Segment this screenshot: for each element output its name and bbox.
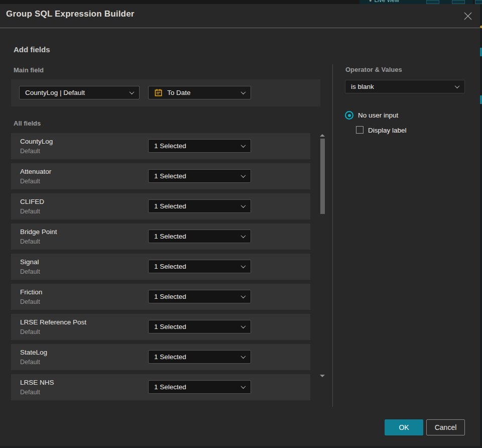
background-toolbar-button bbox=[452, 0, 465, 4]
field-subtitle: Default bbox=[20, 238, 40, 245]
field-name: Friction bbox=[20, 288, 42, 296]
field-subtitle: Default bbox=[20, 148, 40, 155]
field-row: StateLog Default 1 Selected bbox=[11, 344, 310, 370]
live-view-dot-icon: ● bbox=[369, 0, 372, 3]
scrollbar-thumb[interactable] bbox=[320, 139, 325, 214]
screen: ●Live view Group SQL Expression Builder … bbox=[0, 0, 482, 448]
cancel-button[interactable]: Cancel bbox=[426, 419, 465, 435]
live-view-label: ●Live view bbox=[369, 0, 399, 4]
field-name: Signal bbox=[20, 258, 39, 266]
dropdown-value: 1 Selected bbox=[154, 233, 186, 240]
dropdown-value: 1 Selected bbox=[154, 293, 186, 300]
dropdown-value: To Date bbox=[167, 89, 191, 96]
field-subtitle: Default bbox=[20, 389, 40, 396]
display-label-label: Display label bbox=[368, 127, 407, 134]
field-row: Bridge Point Default 1 Selected bbox=[11, 223, 310, 250]
field-name: LRSE NHS bbox=[20, 379, 54, 386]
calendar-icon bbox=[154, 88, 163, 97]
group-sql-expression-builder-dialog: Group SQL Expression Builder Add fields … bbox=[0, 4, 480, 446]
background-toolbar-button bbox=[426, 0, 439, 4]
panel-divider bbox=[332, 64, 333, 407]
chevron-down-icon bbox=[241, 323, 246, 328]
field-subtitle: Default bbox=[20, 328, 40, 335]
main-field-type-select[interactable]: To Date bbox=[148, 86, 251, 99]
field-row: Signal Default 1 Selected bbox=[11, 254, 310, 280]
background-app-bottom-edge bbox=[0, 446, 482, 448]
main-field-label: Main field bbox=[14, 66, 44, 74]
chevron-down-icon bbox=[130, 89, 135, 94]
dropdown-value: 1 Selected bbox=[154, 263, 186, 270]
field-name: LRSE Reference Post bbox=[20, 318, 86, 326]
field-row: Attenuator Default 1 Selected bbox=[11, 163, 310, 189]
chevron-down-icon bbox=[241, 143, 246, 148]
background-accent bbox=[480, 26, 482, 28]
operator-select[interactable]: is blank bbox=[345, 80, 465, 93]
field-subtitle: Default bbox=[20, 298, 40, 305]
chevron-down-icon bbox=[241, 293, 246, 298]
background-accent bbox=[480, 48, 482, 56]
close-button[interactable] bbox=[461, 9, 475, 23]
all-fields-list: CountyLog Default 1 Selected Attenuator … bbox=[11, 133, 310, 400]
header-divider bbox=[0, 28, 480, 28]
field-selected-dropdown[interactable]: 1 Selected bbox=[148, 320, 251, 333]
dropdown-value: 1 Selected bbox=[154, 383, 186, 391]
main-field-panel: CountyLog | Default To Date bbox=[11, 79, 320, 106]
dropdown-value: 1 Selected bbox=[154, 172, 186, 180]
chevron-down-icon bbox=[241, 354, 246, 359]
field-selected-dropdown[interactable]: 1 Selected bbox=[148, 350, 251, 364]
chevron-down-icon bbox=[455, 83, 460, 88]
chevron-down-icon bbox=[241, 233, 246, 238]
field-row: Friction Default 1 Selected bbox=[11, 284, 310, 310]
field-subtitle: Default bbox=[20, 178, 40, 185]
operator-values-label: Operator & Values bbox=[345, 66, 402, 73]
dropdown-value: 1 Selected bbox=[154, 323, 186, 330]
chevron-down-icon bbox=[241, 173, 246, 178]
field-selected-dropdown[interactable]: 1 Selected bbox=[148, 380, 251, 394]
field-row: LRSE Reference Post Default 1 Selected bbox=[11, 314, 310, 340]
field-row: LRSE NHS Default 1 Selected bbox=[11, 374, 310, 400]
dropdown-value: 1 Selected bbox=[154, 142, 186, 150]
field-row: CLIFED Default 1 Selected bbox=[11, 193, 310, 219]
field-subtitle: Default bbox=[20, 208, 40, 215]
chevron-down-icon bbox=[241, 89, 246, 94]
chevron-down-icon bbox=[241, 384, 246, 389]
dropdown-value: 1 Selected bbox=[154, 202, 186, 210]
field-name: CLIFED bbox=[20, 198, 44, 205]
main-field-select[interactable]: CountyLog | Default bbox=[19, 86, 140, 99]
no-user-input-radio[interactable] bbox=[345, 111, 353, 120]
field-selected-dropdown[interactable]: 1 Selected bbox=[148, 290, 251, 303]
chevron-down-icon bbox=[241, 203, 246, 208]
field-subtitle: Default bbox=[20, 359, 40, 366]
add-fields-heading: Add fields bbox=[14, 45, 50, 54]
field-selected-dropdown[interactable]: 1 Selected bbox=[148, 139, 251, 153]
field-selected-dropdown[interactable]: 1 Selected bbox=[148, 169, 251, 183]
field-subtitle: Default bbox=[20, 268, 40, 275]
field-selected-dropdown[interactable]: 1 Selected bbox=[148, 260, 251, 273]
display-label-checkbox[interactable] bbox=[356, 126, 364, 134]
scrollbar-up-arrow-icon[interactable] bbox=[320, 134, 325, 137]
close-icon bbox=[463, 11, 473, 21]
field-name: Bridge Point bbox=[20, 228, 57, 236]
field-name: StateLog bbox=[20, 349, 47, 356]
chevron-down-icon bbox=[241, 263, 246, 268]
scrollbar-down-arrow-icon[interactable] bbox=[320, 375, 325, 377]
dropdown-value: is blank bbox=[351, 83, 374, 90]
field-name: CountyLog bbox=[20, 138, 53, 145]
dialog-title: Group SQL Expression Builder bbox=[6, 9, 135, 19]
background-app-right-edge bbox=[480, 4, 482, 446]
no-user-input-label: No user input bbox=[358, 111, 398, 119]
ok-button[interactable]: OK bbox=[385, 419, 423, 435]
field-row: CountyLog Default 1 Selected bbox=[11, 133, 310, 159]
background-toolbar-button bbox=[475, 0, 482, 4]
all-fields-label: All fields bbox=[14, 120, 41, 127]
background-app-topbar: ●Live view bbox=[0, 0, 482, 4]
dropdown-value: CountyLog | Default bbox=[25, 89, 85, 96]
dropdown-value: 1 Selected bbox=[154, 353, 186, 361]
field-selected-dropdown[interactable]: 1 Selected bbox=[148, 199, 251, 213]
field-selected-dropdown[interactable]: 1 Selected bbox=[148, 230, 251, 243]
field-name: Attenuator bbox=[20, 168, 51, 175]
background-accent bbox=[480, 95, 482, 104]
